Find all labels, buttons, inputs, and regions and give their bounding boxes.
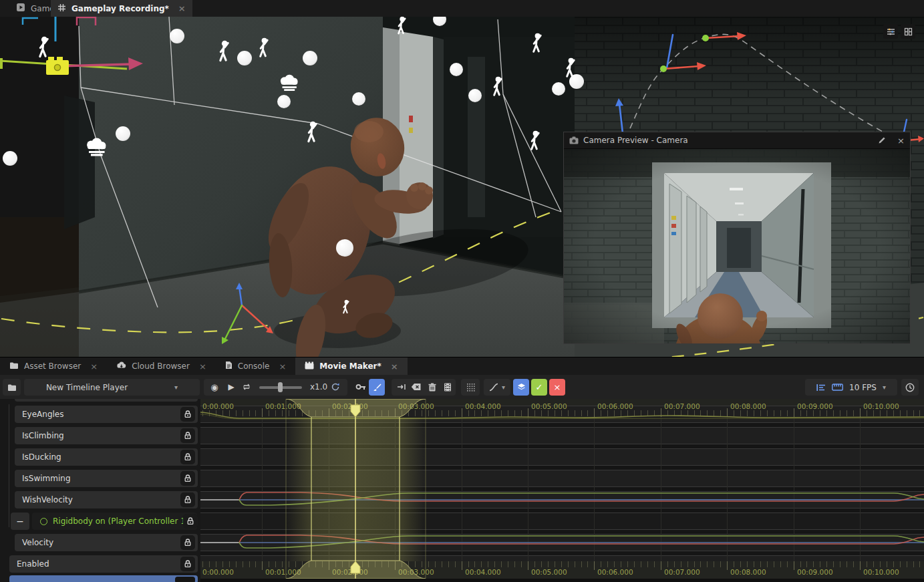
camera-preview-header[interactable]: Camera Preview - Camera × — [564, 132, 910, 149]
brush-icon — [373, 383, 381, 392]
camera-preview-title: Camera Preview - Camera — [583, 136, 873, 145]
trash-icon — [428, 383, 436, 392]
timeline-player-select[interactable]: New Timeline Player ▾ — [24, 379, 200, 396]
tab-gameplay-recording[interactable]: Gameplay Recording* × — [51, 0, 192, 17]
chevron-down-icon: ▾ — [883, 384, 886, 391]
film-icon — [305, 361, 314, 372]
grid-panes-icon — [904, 27, 913, 36]
lock-button[interactable] — [180, 428, 195, 443]
close-icon[interactable]: × — [279, 361, 286, 372]
sync-button[interactable] — [327, 379, 343, 395]
lock-icon — [184, 432, 192, 440]
lock-button[interactable] — [180, 407, 195, 422]
track-group-row[interactable]: − Rigidbody on (Player Controller 1) — [11, 513, 198, 530]
clear-keys-button[interactable] — [408, 379, 424, 395]
track-label: IsSwimming — [22, 474, 71, 483]
timeline-canvas[interactable]: 0:00.000 00:01.000 00:02.000 00:03.000 0… — [200, 399, 924, 582]
layers-button[interactable] — [513, 379, 529, 396]
edit-pencil-icon[interactable] — [878, 136, 886, 144]
close-icon[interactable]: × — [90, 361, 98, 372]
lock-icon — [184, 496, 192, 504]
tab-console[interactable]: Console × — [216, 357, 296, 375]
close-icon[interactable]: × — [391, 361, 398, 372]
sync-icon — [331, 382, 340, 392]
tab-console-label: Console — [238, 361, 270, 371]
lock-button[interactable] — [180, 535, 195, 550]
keyframe-button[interactable] — [353, 379, 369, 395]
tab-movie-maker[interactable]: Movie Maker* × — [295, 357, 407, 375]
tab-movie-maker-label: Movie Maker* — [319, 361, 381, 371]
track-row-isducking[interactable]: IsDucking — [15, 448, 198, 466]
discard-button[interactable]: × — [549, 379, 565, 396]
viewport-layout-button[interactable] — [901, 24, 915, 39]
tab-cloud-browser[interactable]: Cloud Browser × — [107, 357, 216, 375]
snap-grid-button[interactable] — [461, 379, 480, 396]
open-timeline-button[interactable] — [3, 379, 21, 396]
top-tab-bar: Game Gameplay Recording* × — [0, 0, 924, 17]
curve-icon — [489, 383, 498, 392]
skip-to-end-button[interactable] — [394, 379, 410, 395]
interpolation-select[interactable]: ▾ — [484, 379, 510, 396]
clock-icon — [905, 383, 915, 392]
lock-button[interactable] — [180, 492, 195, 507]
loop-icon — [242, 383, 251, 391]
tab-asset-browser[interactable]: Asset Browser × — [0, 357, 107, 375]
fps-value: 10 FPS — [849, 383, 877, 392]
layers-icon — [517, 383, 526, 392]
loop-button[interactable] — [239, 379, 255, 395]
track-label: Enabled — [17, 559, 49, 569]
timeline-overlay — [200, 399, 924, 582]
document-icon — [225, 361, 233, 372]
lock-icon — [184, 560, 192, 568]
arrow-to-bar-icon — [397, 383, 406, 391]
lock-button[interactable] — [180, 471, 195, 486]
render-clip-button[interactable] — [440, 379, 456, 395]
lock-icon — [184, 474, 192, 482]
camera-preview-window: Camera Preview - Camera × — [563, 132, 911, 344]
lock-icon — [184, 453, 192, 461]
track-row-velocity[interactable]: Velocity — [15, 534, 198, 551]
track-row-eyeangles[interactable]: EyeAngles — [15, 406, 198, 423]
track-row-selected-partial[interactable] — [9, 575, 198, 582]
camera-preview-close-icon[interactable]: × — [897, 136, 905, 146]
collapse-button[interactable]: − — [11, 513, 29, 530]
record-button[interactable]: ◉ — [206, 379, 222, 395]
lock-button[interactable] — [180, 557, 195, 571]
apply-button[interactable]: ✓ — [531, 379, 547, 396]
movie-maker-toolbar: New Timeline Player ▾ ◉ ▶ x1.0 — [0, 375, 924, 399]
close-icon[interactable]: × — [178, 3, 186, 13]
lock-icon — [184, 539, 192, 547]
tree-guide — [9, 404, 9, 527]
track-label: EyeAngles — [22, 410, 63, 419]
close-icon[interactable]: × — [199, 361, 206, 372]
fps-group[interactable]: 10 FPS ▾ — [805, 379, 897, 396]
cloud-download-icon — [116, 361, 126, 372]
lock-button[interactable] — [175, 577, 195, 582]
track-row-isclimbing[interactable]: IsClimbing — [15, 427, 198, 444]
track-row-enabled[interactable]: Enabled — [9, 555, 198, 573]
viewport-settings-button[interactable] — [883, 24, 898, 39]
speed-slider-handle[interactable] — [278, 382, 283, 392]
scene-viewport[interactable]: Camera Preview - Camera × — [0, 17, 924, 357]
track-label: IsClimbing — [22, 431, 64, 440]
tab-gameplay-recording-label: Gameplay Recording* — [71, 4, 169, 13]
scrolled-row-sliver — [15, 399, 198, 402]
timeline-panel: EyeAngles IsClimbing IsDucking IsSwimmin… — [0, 399, 924, 582]
delete-button[interactable] — [424, 379, 440, 395]
play-button[interactable]: ▶ — [223, 379, 239, 395]
group-label[interactable]: Rigidbody on (Player Controller 1) — [32, 513, 197, 530]
lock-button[interactable] — [180, 450, 195, 464]
chevron-down-icon: ▾ — [174, 384, 178, 391]
paint-mode-button[interactable] — [369, 379, 385, 396]
wall-doorway — [64, 96, 95, 229]
game-icon — [16, 3, 25, 14]
lock-button[interactable] — [183, 514, 198, 529]
track-row-wishvelocity[interactable]: WishVelocity — [15, 491, 198, 508]
track-label: Velocity — [22, 538, 53, 547]
dot-grid-icon — [466, 383, 475, 392]
track-row-isswimming[interactable]: IsSwimming — [15, 470, 198, 487]
time-display-button[interactable] — [901, 379, 919, 396]
tab-cloud-browser-label: Cloud Browser — [132, 361, 190, 371]
component-circle-icon — [40, 518, 47, 525]
sliders-icon — [887, 27, 895, 36]
